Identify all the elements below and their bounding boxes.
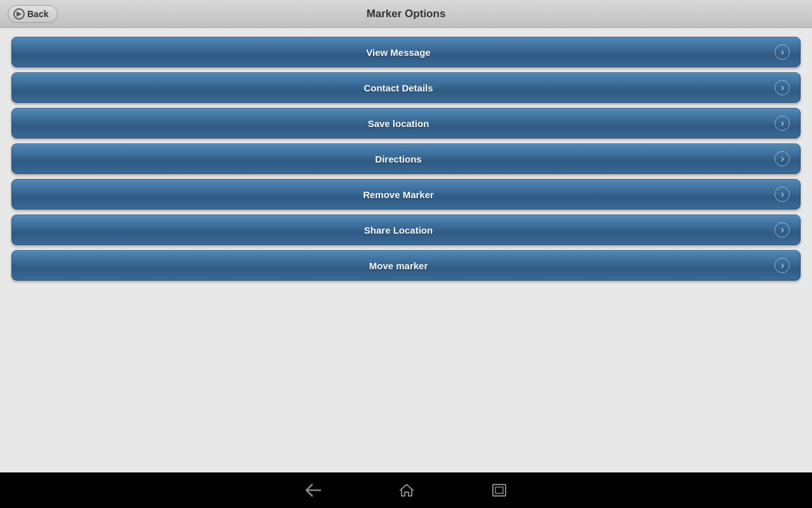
menu-item-move-marker[interactable]: Move marker — [11, 250, 801, 281]
svg-rect-0 — [493, 485, 506, 496]
menu-item-save-location[interactable]: Save location — [11, 108, 801, 138]
nav-recents-button[interactable] — [491, 483, 508, 498]
chevron-icon-view-message — [775, 44, 790, 60]
menu-item-label-move-marker: Move marker — [22, 260, 775, 271]
svg-rect-1 — [495, 487, 503, 493]
page-title: Marker Options — [367, 8, 446, 20]
menu-item-label-view-message: View Message — [22, 47, 775, 58]
menu-item-label-save-location: Save location — [22, 118, 775, 129]
menu-item-contact-details[interactable]: Contact Details — [11, 72, 801, 103]
chevron-icon-move-marker — [775, 258, 790, 273]
chevron-icon-directions — [775, 151, 790, 166]
nav-bar — [0, 472, 812, 508]
menu-item-label-remove-marker: Remove Marker — [22, 189, 775, 200]
menu-item-label-directions: Directions — [22, 154, 775, 164]
chevron-icon-remove-marker — [775, 187, 790, 202]
chevron-icon-contact-details — [775, 80, 790, 95]
nav-back-button[interactable] — [304, 483, 322, 497]
chevron-icon-share-location — [775, 222, 790, 237]
chevron-icon-save-location — [775, 116, 790, 131]
menu-item-label-share-location: Share Location — [22, 225, 775, 236]
back-label: Back — [27, 9, 48, 19]
back-arrow-icon: ▶ — [13, 8, 25, 20]
back-button[interactable]: ▶ Back — [8, 5, 58, 23]
menu-item-label-contact-details: Contact Details — [22, 83, 775, 93]
nav-home-button[interactable] — [398, 483, 415, 498]
menu-item-remove-marker[interactable]: Remove Marker — [11, 179, 801, 210]
menu-list: View MessageContact DetailsSave location… — [0, 28, 812, 472]
menu-item-directions[interactable]: Directions — [11, 144, 801, 174]
title-bar: ▶ Back Marker Options — [0, 0, 812, 28]
menu-item-share-location[interactable]: Share Location — [11, 215, 801, 245]
menu-item-view-message[interactable]: View Message — [11, 37, 801, 67]
